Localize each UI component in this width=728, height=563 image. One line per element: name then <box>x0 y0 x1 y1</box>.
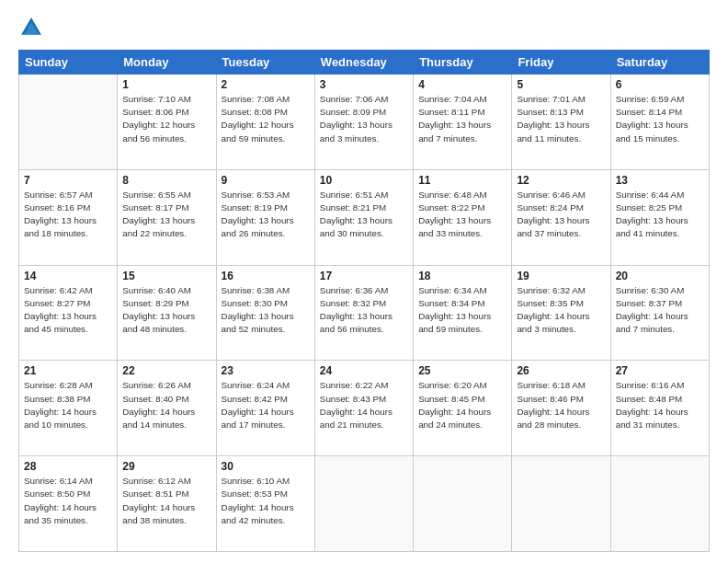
day-number: 14 <box>24 270 112 282</box>
day-info: Sunrise: 6:30 AM Sunset: 8:37 PM Dayligh… <box>616 284 704 337</box>
calendar-cell: 7Sunrise: 6:57 AM Sunset: 8:16 PM Daylig… <box>19 169 118 265</box>
calendar-cell: 22Sunrise: 6:26 AM Sunset: 8:40 PM Dayli… <box>118 361 216 456</box>
day-info: Sunrise: 6:20 AM Sunset: 8:45 PM Dayligh… <box>418 379 506 431</box>
logo <box>18 15 48 40</box>
day-number: 29 <box>122 460 210 473</box>
day-number: 21 <box>24 364 112 377</box>
day-number: 5 <box>517 78 605 91</box>
calendar-cell: 13Sunrise: 6:44 AM Sunset: 8:25 PM Dayli… <box>610 169 709 265</box>
day-info: Sunrise: 7:01 AM Sunset: 8:13 PM Dayligh… <box>517 93 605 145</box>
calendar-cell: 9Sunrise: 6:53 AM Sunset: 8:19 PM Daylig… <box>216 169 314 265</box>
day-info: Sunrise: 6:48 AM Sunset: 8:22 PM Dayligh… <box>418 189 506 241</box>
calendar-cell: 1Sunrise: 7:10 AM Sunset: 8:06 PM Daylig… <box>118 75 216 170</box>
calendar-table: SundayMondayTuesdayWednesdayThursdayFrid… <box>18 50 710 552</box>
calendar-cell: 24Sunrise: 6:22 AM Sunset: 8:43 PM Dayli… <box>314 361 413 456</box>
calendar-cell <box>610 456 709 552</box>
day-info: Sunrise: 6:16 AM Sunset: 8:48 PM Dayligh… <box>616 379 704 431</box>
weekday-header-row: SundayMondayTuesdayWednesdayThursdayFrid… <box>19 51 710 75</box>
day-info: Sunrise: 6:22 AM Sunset: 8:43 PM Dayligh… <box>320 379 408 431</box>
day-info: Sunrise: 6:57 AM Sunset: 8:16 PM Dayligh… <box>24 189 112 241</box>
calendar-cell <box>314 456 413 552</box>
day-number: 28 <box>24 460 112 473</box>
day-info: Sunrise: 6:42 AM Sunset: 8:27 PM Dayligh… <box>24 284 112 337</box>
day-number: 26 <box>517 364 605 377</box>
calendar-week-0: 1Sunrise: 7:10 AM Sunset: 8:06 PM Daylig… <box>19 75 710 170</box>
calendar-cell: 3Sunrise: 7:06 AM Sunset: 8:09 PM Daylig… <box>314 75 413 170</box>
calendar-cell: 14Sunrise: 6:42 AM Sunset: 8:27 PM Dayli… <box>19 265 118 361</box>
weekday-header-tuesday: Tuesday <box>216 51 314 75</box>
calendar-cell: 19Sunrise: 6:32 AM Sunset: 8:35 PM Dayli… <box>512 265 610 361</box>
day-number: 24 <box>320 364 408 377</box>
calendar-cell: 2Sunrise: 7:08 AM Sunset: 8:08 PM Daylig… <box>216 75 314 170</box>
day-number: 8 <box>122 174 210 187</box>
header <box>18 15 710 40</box>
calendar-header: SundayMondayTuesdayWednesdayThursdayFrid… <box>19 51 710 75</box>
calendar-cell: 27Sunrise: 6:16 AM Sunset: 8:48 PM Dayli… <box>610 361 709 456</box>
calendar-cell: 11Sunrise: 6:48 AM Sunset: 8:22 PM Dayli… <box>414 169 512 265</box>
day-number: 18 <box>418 270 506 282</box>
day-number: 11 <box>418 174 506 187</box>
day-info: Sunrise: 6:55 AM Sunset: 8:17 PM Dayligh… <box>122 189 210 241</box>
day-number: 15 <box>122 270 210 282</box>
calendar-cell: 6Sunrise: 6:59 AM Sunset: 8:14 PM Daylig… <box>610 75 709 170</box>
calendar-cell: 4Sunrise: 7:04 AM Sunset: 8:11 PM Daylig… <box>414 75 512 170</box>
logo-icon <box>18 15 44 40</box>
weekday-header-monday: Monday <box>118 51 216 75</box>
day-number: 17 <box>320 270 408 282</box>
weekday-header-sunday: Sunday <box>19 51 118 75</box>
calendar-cell: 23Sunrise: 6:24 AM Sunset: 8:42 PM Dayli… <box>216 361 314 456</box>
page: SundayMondayTuesdayWednesdayThursdayFrid… <box>0 0 728 563</box>
day-number: 30 <box>222 460 310 473</box>
weekday-header-friday: Friday <box>512 51 610 75</box>
calendar-week-3: 21Sunrise: 6:28 AM Sunset: 8:38 PM Dayli… <box>19 361 710 456</box>
weekday-header-saturday: Saturday <box>610 51 709 75</box>
calendar-cell: 12Sunrise: 6:46 AM Sunset: 8:24 PM Dayli… <box>512 169 610 265</box>
day-info: Sunrise: 6:36 AM Sunset: 8:32 PM Dayligh… <box>320 284 408 337</box>
day-number: 16 <box>222 270 310 282</box>
day-info: Sunrise: 7:10 AM Sunset: 8:06 PM Dayligh… <box>122 93 210 145</box>
calendar-cell: 25Sunrise: 6:20 AM Sunset: 8:45 PM Dayli… <box>414 361 512 456</box>
calendar-cell: 5Sunrise: 7:01 AM Sunset: 8:13 PM Daylig… <box>512 75 610 170</box>
day-info: Sunrise: 6:53 AM Sunset: 8:19 PM Dayligh… <box>222 189 310 241</box>
day-info: Sunrise: 6:46 AM Sunset: 8:24 PM Dayligh… <box>517 189 605 241</box>
day-number: 9 <box>222 174 310 187</box>
day-number: 12 <box>517 174 605 187</box>
weekday-header-thursday: Thursday <box>414 51 512 75</box>
calendar-cell: 26Sunrise: 6:18 AM Sunset: 8:46 PM Dayli… <box>512 361 610 456</box>
weekday-header-wednesday: Wednesday <box>314 51 413 75</box>
day-info: Sunrise: 6:10 AM Sunset: 8:53 PM Dayligh… <box>222 475 310 527</box>
day-info: Sunrise: 7:04 AM Sunset: 8:11 PM Dayligh… <box>418 93 506 145</box>
day-number: 22 <box>122 364 210 377</box>
calendar-cell: 10Sunrise: 6:51 AM Sunset: 8:21 PM Dayli… <box>314 169 413 265</box>
calendar-cell: 30Sunrise: 6:10 AM Sunset: 8:53 PM Dayli… <box>216 456 314 552</box>
day-number: 4 <box>418 78 506 91</box>
calendar-cell: 17Sunrise: 6:36 AM Sunset: 8:32 PM Dayli… <box>314 265 413 361</box>
day-info: Sunrise: 6:40 AM Sunset: 8:29 PM Dayligh… <box>122 284 210 337</box>
day-info: Sunrise: 6:14 AM Sunset: 8:50 PM Dayligh… <box>24 475 112 527</box>
day-number: 20 <box>616 270 704 282</box>
day-number: 1 <box>122 78 210 91</box>
day-info: Sunrise: 6:18 AM Sunset: 8:46 PM Dayligh… <box>517 379 605 431</box>
day-info: Sunrise: 6:26 AM Sunset: 8:40 PM Dayligh… <box>122 379 210 431</box>
calendar-cell: 20Sunrise: 6:30 AM Sunset: 8:37 PM Dayli… <box>610 265 709 361</box>
day-info: Sunrise: 6:44 AM Sunset: 8:25 PM Dayligh… <box>616 189 704 241</box>
calendar-cell: 28Sunrise: 6:14 AM Sunset: 8:50 PM Dayli… <box>19 456 118 552</box>
day-info: Sunrise: 7:06 AM Sunset: 8:09 PM Dayligh… <box>320 93 408 145</box>
day-number: 19 <box>517 270 605 282</box>
calendar-cell: 21Sunrise: 6:28 AM Sunset: 8:38 PM Dayli… <box>19 361 118 456</box>
day-info: Sunrise: 6:34 AM Sunset: 8:34 PM Dayligh… <box>418 284 506 337</box>
calendar-cell: 16Sunrise: 6:38 AM Sunset: 8:30 PM Dayli… <box>216 265 314 361</box>
day-number: 25 <box>418 364 506 377</box>
calendar-cell: 29Sunrise: 6:12 AM Sunset: 8:51 PM Dayli… <box>118 456 216 552</box>
calendar-cell: 15Sunrise: 6:40 AM Sunset: 8:29 PM Dayli… <box>118 265 216 361</box>
day-number: 13 <box>616 174 704 187</box>
day-info: Sunrise: 6:12 AM Sunset: 8:51 PM Dayligh… <box>122 475 210 527</box>
day-number: 10 <box>320 174 408 187</box>
calendar-cell <box>414 456 512 552</box>
calendar-body: 1Sunrise: 7:10 AM Sunset: 8:06 PM Daylig… <box>19 75 710 552</box>
day-number: 7 <box>24 174 112 187</box>
calendar-cell: 18Sunrise: 6:34 AM Sunset: 8:34 PM Dayli… <box>414 265 512 361</box>
calendar-week-1: 7Sunrise: 6:57 AM Sunset: 8:16 PM Daylig… <box>19 169 710 265</box>
day-number: 3 <box>320 78 408 91</box>
day-info: Sunrise: 7:08 AM Sunset: 8:08 PM Dayligh… <box>222 93 310 145</box>
